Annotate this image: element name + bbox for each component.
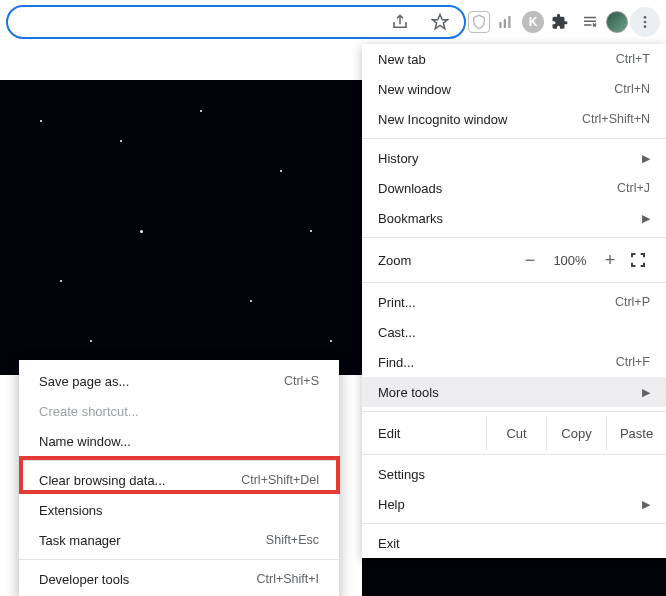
svg-point-7 <box>644 16 647 19</box>
chrome-menu-button[interactable] <box>630 7 660 37</box>
menu-shortcut: Ctrl+T <box>616 52 650 66</box>
menu-label: New window <box>378 82 614 97</box>
profile-avatar[interactable] <box>606 11 628 33</box>
menu-shortcut: Ctrl+J <box>617 181 650 195</box>
menu-print[interactable]: Print... Ctrl+P <box>362 287 666 317</box>
extension-k-icon[interactable]: K <box>522 11 544 33</box>
submenu-name-window[interactable]: Name window... <box>19 426 339 456</box>
zoom-in-button[interactable]: + <box>598 251 622 269</box>
browser-toolbar: K <box>0 0 666 44</box>
menu-settings[interactable]: Settings <box>362 459 666 489</box>
menu-label: Print... <box>378 295 615 310</box>
menu-separator <box>362 138 666 139</box>
menu-label: New Incognito window <box>378 112 582 127</box>
menu-shortcut: Ctrl+S <box>284 374 319 388</box>
menu-new-tab[interactable]: New tab Ctrl+T <box>362 44 666 74</box>
menu-label: Settings <box>378 467 650 482</box>
zoom-out-button[interactable]: − <box>518 251 542 269</box>
submenu-create-shortcut: Create shortcut... <box>19 396 339 426</box>
fullscreen-button[interactable] <box>626 252 650 268</box>
submenu-arrow-icon: ▶ <box>642 386 650 399</box>
submenu-save-page[interactable]: Save page as... Ctrl+S <box>19 366 339 396</box>
menu-separator <box>362 282 666 283</box>
menu-label: More tools <box>378 385 642 400</box>
edit-paste-button[interactable]: Paste <box>606 416 666 450</box>
menu-label: Developer tools <box>39 572 256 587</box>
submenu-developer-tools[interactable]: Developer tools Ctrl+Shift+I <box>19 564 339 594</box>
menu-label: Extensions <box>39 503 319 518</box>
menu-separator <box>19 460 339 461</box>
menu-history[interactable]: History ▶ <box>362 143 666 173</box>
menu-exit[interactable]: Exit <box>362 528 666 558</box>
menu-help[interactable]: Help ▶ <box>362 489 666 519</box>
menu-separator <box>362 454 666 455</box>
edit-label: Edit <box>362 426 486 441</box>
submenu-task-manager[interactable]: Task manager Shift+Esc <box>19 525 339 555</box>
menu-label: Create shortcut... <box>39 404 319 419</box>
menu-shortcut: Ctrl+F <box>616 355 650 369</box>
menu-label: Cast... <box>378 325 650 340</box>
extension-chart-icon[interactable] <box>492 8 520 36</box>
menu-new-window[interactable]: New window Ctrl+N <box>362 74 666 104</box>
menu-label: Bookmarks <box>378 211 642 226</box>
menu-edit-row: Edit Cut Copy Paste <box>362 416 666 450</box>
extension-shield-icon[interactable] <box>468 11 490 33</box>
svg-rect-1 <box>499 22 501 28</box>
menu-zoom-row: Zoom − 100% + <box>362 242 666 278</box>
share-icon[interactable] <box>386 8 414 36</box>
svg-marker-0 <box>433 15 448 29</box>
edit-cut-button[interactable]: Cut <box>486 416 546 450</box>
menu-separator <box>362 411 666 412</box>
omnibox[interactable] <box>6 5 466 39</box>
menu-shortcut: Ctrl+N <box>614 82 650 96</box>
menu-label: Exit <box>378 536 650 551</box>
submenu-arrow-icon: ▶ <box>642 152 650 165</box>
chrome-main-menu: New tab Ctrl+T New window Ctrl+N New Inc… <box>362 44 666 558</box>
menu-label: Clear browsing data... <box>39 473 241 488</box>
menu-label: Downloads <box>378 181 617 196</box>
menu-label: Save page as... <box>39 374 284 389</box>
menu-label: Help <box>378 497 642 512</box>
menu-label: History <box>378 151 642 166</box>
menu-incognito[interactable]: New Incognito window Ctrl+Shift+N <box>362 104 666 134</box>
svg-rect-2 <box>504 19 506 28</box>
menu-label: Find... <box>378 355 616 370</box>
menu-label: Task manager <box>39 533 266 548</box>
menu-more-tools[interactable]: More tools ▶ <box>362 377 666 407</box>
menu-shortcut: Ctrl+P <box>615 295 650 309</box>
menu-find[interactable]: Find... Ctrl+F <box>362 347 666 377</box>
submenu-clear-browsing-data[interactable]: Clear browsing data... Ctrl+Shift+Del <box>19 465 339 495</box>
menu-shortcut: Shift+Esc <box>266 533 319 547</box>
svg-point-8 <box>644 21 647 24</box>
submenu-arrow-icon: ▶ <box>642 212 650 225</box>
star-icon[interactable] <box>426 8 454 36</box>
menu-cast[interactable]: Cast... <box>362 317 666 347</box>
svg-rect-3 <box>508 16 510 28</box>
menu-bookmarks[interactable]: Bookmarks ▶ <box>362 203 666 233</box>
page-content-dark <box>0 80 362 375</box>
zoom-value: 100% <box>546 253 594 268</box>
more-tools-submenu: Save page as... Ctrl+S Create shortcut..… <box>19 360 339 596</box>
extensions-puzzle-icon[interactable] <box>546 8 574 36</box>
menu-separator <box>19 559 339 560</box>
submenu-arrow-icon: ▶ <box>642 498 650 511</box>
edit-copy-button[interactable]: Copy <box>546 416 606 450</box>
menu-label: Name window... <box>39 434 319 449</box>
menu-separator <box>362 523 666 524</box>
svg-point-9 <box>644 25 647 28</box>
menu-shortcut: Ctrl+Shift+I <box>256 572 319 586</box>
reading-list-icon[interactable] <box>576 8 604 36</box>
menu-downloads[interactable]: Downloads Ctrl+J <box>362 173 666 203</box>
menu-shortcut: Ctrl+Shift+Del <box>241 473 319 487</box>
submenu-extensions[interactable]: Extensions <box>19 495 339 525</box>
menu-label: New tab <box>378 52 616 67</box>
menu-separator <box>362 237 666 238</box>
menu-shortcut: Ctrl+Shift+N <box>582 112 650 126</box>
zoom-label: Zoom <box>378 253 514 268</box>
